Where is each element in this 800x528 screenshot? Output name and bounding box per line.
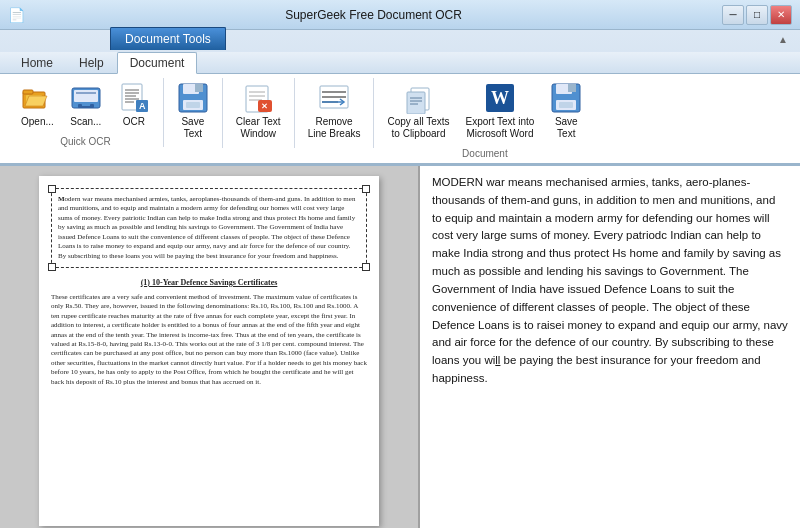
ocr-label: OCR [123,116,145,128]
maximize-button[interactable]: □ [746,5,768,25]
svg-text:✕: ✕ [261,102,268,111]
tab-help[interactable]: Help [66,52,117,73]
ribbon-tabs: Home Help Document [0,52,800,74]
remove-breaks-label: RemoveLine Breaks [308,116,361,140]
clear-text-label: Clear TextWindow [236,116,281,140]
document-group: Copy all Textsto Clipboard W Export Text… [374,78,595,159]
remove-breaks-buttons: RemoveLine Breaks [301,78,368,144]
svg-rect-45 [559,102,573,108]
handle-tr [362,185,370,193]
save-text-label: SaveText [181,116,204,140]
close-button[interactable]: ✕ [770,5,792,25]
save-text-button[interactable]: SaveText [170,78,216,144]
clear-text-group: ✕ Clear TextWindow [223,78,295,148]
svg-rect-35 [407,92,425,114]
doc-heading: (1) 10-Year Defence Savings Certificates [51,278,367,289]
save-text-buttons: SaveText [170,78,216,144]
open-label: Open... [21,116,54,128]
export-word-label: Export Text intoMicrosoft Word [466,116,535,140]
handle-br [362,263,370,271]
export-word-button[interactable]: W Export Text intoMicrosoft Word [459,78,542,144]
document-tools-tab[interactable]: Document Tools [110,27,226,50]
svg-text:A: A [139,101,146,111]
svg-marker-3 [25,96,47,106]
window-title: SuperGeek Free Document OCR [25,8,722,22]
document-group-label: Document [462,148,508,159]
quick-ocr-label: Quick OCR [60,136,111,147]
doc-text-selection: Modern war means mechanised armies, tank… [58,195,360,261]
save-text-doc-button[interactable]: SaveText [543,78,589,144]
clear-text-button[interactable]: ✕ Clear TextWindow [229,78,288,144]
copy-all-label: Copy all Textsto Clipboard [387,116,449,140]
clear-text-buttons: ✕ Clear TextWindow [229,78,288,144]
svg-rect-20 [195,84,203,92]
remove-breaks-icon [318,82,350,114]
ocr-icon: A [118,82,150,114]
quick-ocr-group: Open... Scan... [8,78,164,147]
save-doc-label: SaveText [555,116,578,140]
title-buttons: ─ □ ✕ [722,5,792,25]
handle-bl [48,263,56,271]
open-button[interactable]: Open... [14,78,61,132]
title-bar: 📄 SuperGeek Free Document OCR ─ □ ✕ [0,0,800,30]
save-doc-icon [550,82,582,114]
copy-all-icon [403,82,435,114]
scan-icon [70,82,102,114]
svg-rect-43 [568,84,576,92]
tab-home[interactable]: Home [8,52,66,73]
scan-button[interactable]: Scan... [63,78,109,132]
doc-scroll[interactable]: Modern war means mechanised armies, tank… [0,166,418,528]
doc-text-body: (1) 10-Year Defence Savings Certificates… [51,278,367,387]
clear-text-icon: ✕ [242,82,274,114]
copy-all-button[interactable]: Copy all Textsto Clipboard [380,78,456,144]
remove-breaks-button[interactable]: RemoveLine Breaks [301,78,368,144]
title-bar-left: 📄 [8,7,25,23]
tab-document[interactable]: Document [117,52,198,74]
remove-breaks-group: RemoveLine Breaks [295,78,375,148]
doc-image: Modern war means mechanised armies, tank… [39,176,379,526]
scan-label: Scan... [70,116,101,128]
export-word-icon: W [484,82,516,114]
handle-tl [48,185,56,193]
svg-rect-9 [80,106,92,108]
open-icon [21,82,53,114]
svg-rect-5 [74,90,98,102]
extracted-text-panel[interactable]: MODERN war means mechanised armies, tank… [420,166,800,528]
save-text-group: SaveText [164,78,223,148]
main-content: Modern war means mechanised armies, tank… [0,166,800,528]
minimize-button[interactable]: ─ [722,5,744,25]
extracted-text: MODERN war means mechanised armies, tank… [432,176,788,384]
save-text-icon [177,82,209,114]
document-panel: Modern war means mechanised armies, tank… [0,166,420,528]
document-buttons: Copy all Textsto Clipboard W Export Text… [380,78,589,144]
svg-rect-1 [23,90,33,94]
ocr-button[interactable]: A OCR [111,78,157,132]
svg-rect-6 [76,92,96,94]
app-icon: 📄 [8,7,25,23]
ribbon-toolbar: Open... Scan... [0,74,800,165]
svg-text:W: W [491,88,509,108]
quick-ocr-buttons: Open... Scan... [14,78,157,132]
svg-rect-22 [186,102,200,108]
